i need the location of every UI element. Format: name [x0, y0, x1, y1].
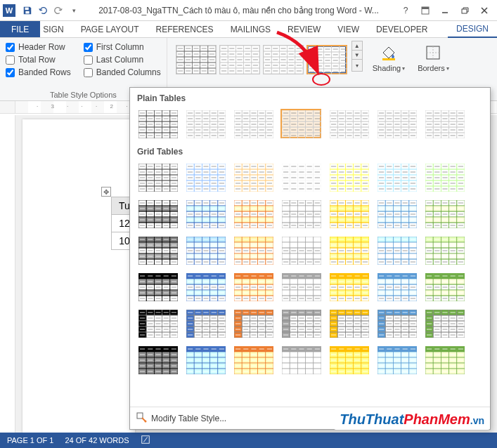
table-style-thumb-grid[interactable]	[328, 345, 369, 374]
chk-first-column[interactable]: First Column	[84, 42, 161, 52]
table-style-thumb-grid[interactable]	[328, 162, 369, 192]
table-style-thumb-grid[interactable]	[233, 235, 273, 265]
table-style-thumb-grid[interactable]	[185, 308, 226, 338]
table-style-thumb-grid[interactable]	[376, 235, 417, 265]
restore-button[interactable]	[455, 3, 475, 18]
table-style-thumb-grid[interactable]	[185, 162, 226, 192]
tab-table-design[interactable]: DESIGN	[448, 21, 497, 38]
borders-label: Borders	[418, 64, 445, 72]
qat-save-button[interactable]	[20, 3, 35, 18]
tab-page-layout[interactable]: PAGE LAYOUT	[72, 21, 148, 37]
table-style-thumb-grid[interactable]	[328, 199, 369, 228]
table-style-thumb-grid[interactable]	[424, 199, 465, 228]
table-style-thumb-grid[interactable]	[280, 162, 321, 192]
section-plain-tables: Plain Tables	[134, 91, 489, 107]
table-style-thumb-grid[interactable]	[376, 199, 417, 228]
help-button[interactable]: ?	[396, 3, 415, 18]
table-style-thumb-grid[interactable]	[233, 199, 273, 228]
chk-banded-columns[interactable]: Banded Columns	[84, 67, 161, 77]
tab-review[interactable]: REVIEW	[279, 21, 329, 37]
table-style-thumb-grid[interactable]	[137, 345, 178, 374]
table-style-thumb-grid[interactable]	[185, 199, 226, 228]
ruler-vertical[interactable]	[0, 115, 15, 433]
svg-rect-2660	[137, 413, 143, 419]
table-style-thumb-grid[interactable]	[328, 272, 369, 301]
table-style-thumb-plain[interactable]	[233, 109, 273, 138]
table-style-thumb-grid[interactable]	[137, 308, 178, 338]
table-style-thumb-grid[interactable]	[185, 235, 226, 265]
table-style-thumb-grid[interactable]	[233, 308, 273, 338]
table-style-thumb-grid[interactable]	[137, 162, 178, 192]
table-style-thumb-grid[interactable]	[328, 235, 369, 265]
table-style-thumb-grid[interactable]	[376, 162, 417, 192]
status-page[interactable]: PAGE 1 OF 1	[7, 436, 53, 444]
ribbon-display-options-button[interactable]	[415, 3, 435, 18]
table-style-thumb-grid[interactable]	[280, 235, 321, 265]
qat-customize-dropdown[interactable]: ▾	[66, 3, 82, 18]
table-style-thumb-plain[interactable]	[280, 109, 321, 138]
table-style-thumb-grid[interactable]	[424, 308, 465, 338]
table-style-thumb-grid[interactable]	[233, 272, 273, 301]
table-style-thumb-grid[interactable]	[185, 345, 226, 374]
tab-view[interactable]: VIEW	[329, 21, 368, 37]
table-style-thumb-grid[interactable]	[137, 199, 178, 228]
chk-banded-rows-label: Banded Rows	[18, 67, 71, 77]
ribbon-style-thumb[interactable]	[219, 45, 260, 74]
close-button[interactable]	[475, 3, 494, 18]
table-style-thumb-plain[interactable]	[328, 109, 369, 138]
qat-undo-button[interactable]	[35, 3, 51, 18]
document-page: ✥ Tu 12 10	[22, 119, 135, 433]
watermark-part2: PhanMem	[404, 411, 470, 428]
chk-banded-rows[interactable]: Banded Rows	[6, 67, 71, 77]
table-style-thumb-grid[interactable]	[376, 272, 417, 301]
table-style-thumb-grid[interactable]	[233, 345, 273, 374]
word-app-icon: W	[3, 4, 15, 17]
tab-design-partial[interactable]: SIGN	[40, 21, 72, 37]
table-style-thumb-grid[interactable]	[280, 308, 321, 338]
qat-redo-button[interactable]	[51, 3, 66, 18]
table-style-thumb-plain[interactable]	[376, 109, 417, 138]
ribbon-style-thumb[interactable]	[263, 45, 304, 74]
table-style-thumb-grid[interactable]	[137, 272, 178, 301]
paint-bucket-icon	[380, 44, 398, 62]
table-move-handle[interactable]: ✥	[101, 187, 111, 197]
chevron-down-icon: ▾	[446, 65, 449, 72]
table-style-thumb-grid[interactable]	[233, 162, 273, 192]
chk-total-row[interactable]: Total Row	[6, 55, 71, 65]
minimize-button[interactable]	[435, 3, 455, 18]
gallery-more-button[interactable]: ▾	[352, 60, 362, 71]
table-style-thumb-grid[interactable]	[137, 235, 178, 265]
chk-header-row[interactable]: Header Row	[6, 42, 71, 52]
table-style-thumb-grid[interactable]	[376, 308, 417, 338]
table-style-thumb-grid[interactable]	[280, 199, 321, 228]
tab-developer[interactable]: DEVELOPER	[368, 21, 436, 37]
watermark: ThuThuatPhanMem.vn	[334, 409, 490, 430]
table-style-thumb-grid[interactable]	[424, 162, 465, 192]
status-words[interactable]: 24 OF 42 WORDS	[65, 436, 129, 444]
ribbon-style-thumb[interactable]	[306, 45, 347, 74]
chk-first-column-label: First Column	[96, 42, 144, 52]
shading-label: Shading	[373, 64, 401, 72]
gallery-row-up-button[interactable]: ▲	[352, 41, 362, 51]
chk-last-column[interactable]: Last Column	[84, 55, 161, 65]
table-style-thumb-grid[interactable]	[280, 272, 321, 301]
file-tab[interactable]: FILE	[0, 21, 40, 37]
ribbon-style-thumb[interactable]	[176, 45, 217, 74]
gallery-row-down-button[interactable]: ▼	[352, 51, 362, 60]
table-style-thumb-grid[interactable]	[376, 345, 417, 374]
table-style-thumb-plain[interactable]	[424, 109, 465, 138]
table-style-thumb-plain[interactable]	[137, 109, 178, 138]
window-title: 2017-08-03_NgaTTN_Cách tô màu ô, màu nền…	[82, 6, 396, 15]
table-style-thumb-grid[interactable]	[185, 272, 226, 301]
table-style-thumb-grid[interactable]	[424, 235, 465, 265]
table-style-thumb-grid[interactable]	[280, 345, 321, 374]
tab-references[interactable]: REFERENCES	[148, 21, 222, 37]
chk-banded-columns-label: Banded Columns	[96, 67, 161, 77]
table-style-thumb-grid[interactable]	[424, 272, 465, 301]
tab-mailings[interactable]: MAILINGS	[222, 21, 279, 37]
table-style-thumb-grid[interactable]	[424, 345, 465, 374]
table-style-thumb-plain[interactable]	[185, 109, 226, 138]
status-spellcheck-icon[interactable]	[141, 435, 150, 446]
svg-rect-3	[422, 7, 429, 9]
table-style-thumb-grid[interactable]	[328, 308, 369, 338]
